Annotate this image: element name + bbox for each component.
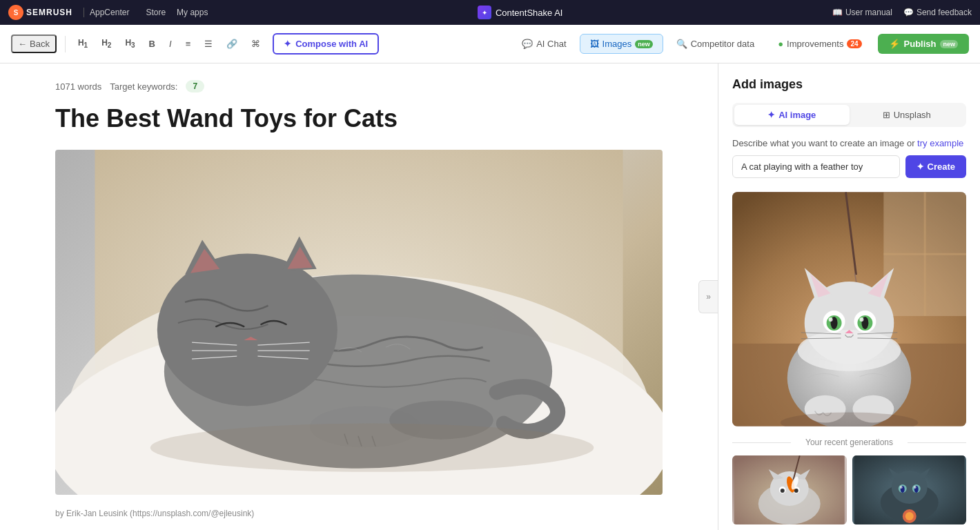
image-credit: by Erik-Jan Leusink (https://unsplash.co… — [55, 509, 663, 518]
svg-point-34 — [798, 330, 901, 371]
recent-generations-label: Your recent generations — [732, 438, 966, 447]
ordered-list-button[interactable]: ≡ — [182, 36, 195, 52]
recent-thumb-svg-1 — [732, 455, 847, 524]
svg-point-45 — [829, 317, 833, 322]
user-manual-link[interactable]: 📖 User manual — [832, 8, 892, 17]
unordered-list-button[interactable]: ☰ — [200, 36, 217, 52]
more-format-button[interactable]: ⌘ — [247, 36, 264, 52]
create-button[interactable]: ✦ Create — [905, 155, 966, 178]
try-example-link[interactable]: try example — [917, 138, 963, 148]
ai-image-icon: ✦ — [767, 110, 775, 120]
send-feedback-link[interactable]: 💬 Send feedback — [903, 8, 972, 17]
store-link[interactable]: Store — [146, 8, 166, 17]
toolbar-divider-1 — [65, 36, 66, 52]
article-title[interactable]: The Best Wand Toys for Cats — [55, 104, 663, 133]
image-icon: 🖼 — [590, 39, 599, 49]
svg-point-46 — [859, 317, 863, 322]
recent-label-text: Your recent generations — [805, 438, 893, 447]
contentshake-icon: ✦ — [478, 6, 491, 19]
semrush-icon: S — [8, 5, 23, 20]
toolbar-right: 💬 AI Chat 🖼 Images new 🔍 Competitor data… — [511, 34, 969, 54]
article-paragraph-1: Wand toys are a great way to keep your c… — [55, 527, 663, 530]
publish-button[interactable]: ⚡ Publish new — [878, 34, 969, 54]
svg-point-62 — [794, 489, 798, 493]
compose-label: Compose with AI — [295, 39, 368, 49]
collapse-panel-toggle[interactable]: » — [698, 280, 718, 313]
svg-point-78 — [905, 512, 913, 520]
semrush-brand-text: SEMRUSH — [26, 8, 72, 17]
svg-point-76 — [913, 486, 916, 489]
images-tab[interactable]: 🖼 Images new — [580, 34, 663, 54]
improvements-tab[interactable]: ● Improvements 24 — [767, 34, 872, 54]
improvements-count-badge: 24 — [847, 39, 861, 48]
compose-star-icon: ✦ — [284, 39, 291, 49]
panel-title: Add images — [732, 77, 966, 92]
improvements-icon: ● — [778, 39, 783, 49]
article-image-wrapper — [55, 150, 663, 495]
appcenter-label: AppCenter — [84, 8, 129, 17]
svg-point-61 — [781, 489, 785, 493]
improvements-label: Improvements — [787, 39, 843, 49]
book-icon: 📖 — [832, 8, 843, 17]
svg-point-75 — [899, 486, 902, 489]
unsplash-label: Unsplash — [894, 110, 931, 120]
publish-label: Publish — [904, 39, 937, 49]
compose-with-ai-button[interactable]: ✦ Compose with AI — [273, 33, 379, 55]
unsplash-icon: ⊞ — [883, 110, 890, 120]
editor-toolbar: ← Back H1 H2 H3 B I ≡ ☰ 🔗 ⌘ ✦ Compose wi… — [0, 25, 980, 63]
word-count: 1071 words — [55, 81, 101, 92]
bold-button[interactable]: B — [145, 36, 159, 52]
h1-button[interactable]: H1 — [74, 35, 92, 52]
link-button[interactable]: 🔗 — [222, 36, 242, 52]
editor-area[interactable]: 1071 words Target keywords: 7 The Best W… — [0, 63, 718, 530]
svg-point-20 — [150, 424, 594, 472]
top-navigation: S SEMRUSH AppCenter Store My apps ✦ Cont… — [0, 0, 980, 25]
italic-button[interactable]: I — [165, 36, 176, 52]
semrush-logo[interactable]: S SEMRUSH — [8, 5, 72, 20]
svg-point-4 — [157, 254, 337, 406]
target-keywords-label: Target keywords: — [110, 81, 177, 92]
ai-generated-image-svg — [732, 192, 966, 426]
recent-image-thumb-1[interactable] — [732, 455, 847, 524]
contentshake-brand: ✦ ContentShake AI — [478, 6, 563, 19]
right-panel: Add images ✦ AI image ⊞ Unsplash Describ… — [718, 63, 980, 530]
image-prompt-row: ✦ Create — [732, 155, 966, 178]
top-nav-links: Store My apps — [146, 8, 208, 17]
my-apps-link[interactable]: My apps — [177, 8, 208, 17]
word-count-bar: 1071 words Target keywords: 7 — [55, 80, 663, 92]
main-area: 1071 words Target keywords: 7 The Best W… — [0, 63, 980, 530]
top-nav-center: ✦ ContentShake AI — [219, 6, 821, 19]
ai-chat-tab[interactable]: 💬 AI Chat — [511, 34, 576, 54]
competitor-data-tab[interactable]: 🔍 Competitor data — [666, 34, 765, 54]
describe-label: Describe what you want to create an imag… — [732, 138, 914, 148]
back-button[interactable]: ← Back — [11, 35, 57, 53]
top-nav-right: 📖 User manual 💬 Send feedback — [832, 8, 972, 17]
image-prompt-input[interactable] — [732, 155, 900, 178]
h3-button[interactable]: H3 — [121, 35, 139, 52]
create-label: Create — [928, 161, 955, 172]
recent-thumb-svg-2 — [852, 455, 967, 524]
user-manual-label: User manual — [845, 8, 892, 17]
article-body[interactable]: Wand toys are a great way to keep your c… — [55, 527, 663, 530]
feedback-icon: 💬 — [903, 8, 914, 17]
recent-images-grid — [732, 455, 966, 524]
publish-icon: ⚡ — [889, 39, 900, 49]
keyword-count-badge: 7 — [186, 80, 204, 92]
ai-chat-label: AI Chat — [536, 39, 566, 49]
search-icon: 🔍 — [676, 39, 687, 49]
generated-image-container — [732, 192, 966, 426]
contentshake-title: ContentShake AI — [496, 8, 563, 18]
images-label: Images — [602, 39, 632, 49]
ai-image-tab[interactable]: ✦ AI image — [734, 105, 850, 125]
back-label: Back — [30, 39, 50, 49]
unsplash-tab[interactable]: ⊞ Unsplash — [850, 105, 965, 125]
hero-image-svg — [55, 150, 663, 495]
recent-image-thumb-2[interactable] — [852, 455, 967, 524]
ai-image-label: AI image — [778, 110, 816, 120]
feedback-label: Send feedback — [917, 8, 972, 17]
image-source-tabs: ✦ AI image ⊞ Unsplash — [732, 103, 966, 127]
h2-button[interactable]: H2 — [97, 35, 115, 52]
chat-icon: 💬 — [522, 39, 533, 49]
generated-ai-image[interactable] — [732, 192, 966, 426]
arrow-left-icon: ← — [18, 39, 27, 49]
